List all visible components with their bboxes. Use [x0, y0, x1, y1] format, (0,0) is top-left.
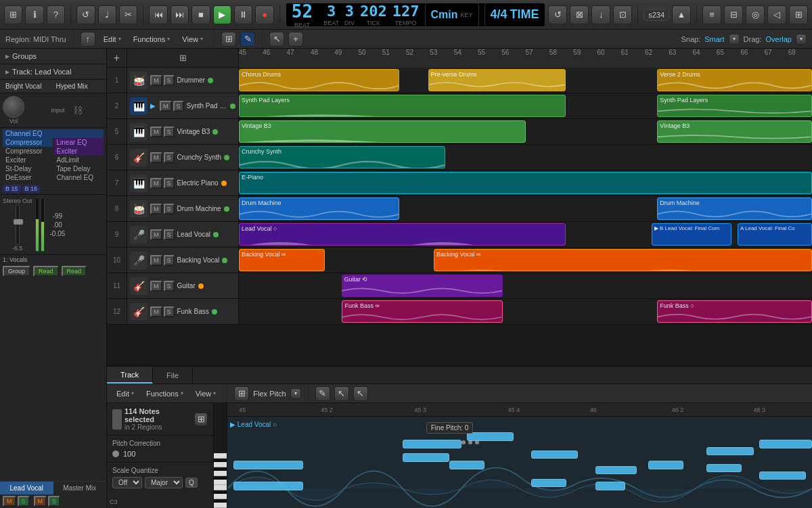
region-funk-bass-1[interactable]: Funk Bass ∞: [342, 300, 502, 323]
plugin-adlimit[interactable]: AdLimit: [54, 156, 104, 164]
plugin-exciter-purple[interactable]: Exciter: [54, 147, 104, 156]
track-lane-2[interactable]: Synth Pad Layers Synth Pad Layers: [239, 93, 812, 118]
region-vintage-b3-1[interactable]: Vintage B3: [239, 120, 526, 143]
track-lane-1[interactable]: Chorus Drums Pre-verse Drums Verse 2 Dru…: [239, 68, 812, 93]
fp-note-4[interactable]: [449, 461, 484, 469]
fp-note-8[interactable]: [531, 479, 566, 487]
play-btn[interactable]: ▶: [213, 5, 231, 24]
menu-btn[interactable]: ≡: [702, 5, 721, 24]
track-solo-6[interactable]: S: [164, 152, 175, 163]
solo-btn[interactable]: S: [18, 496, 30, 507]
grid-icon[interactable]: ⊞: [179, 53, 187, 63]
region-verse2-drums[interactable]: Verse 2 Drums: [657, 69, 812, 91]
track-solo-7[interactable]: S: [164, 178, 175, 189]
track-lane-9[interactable]: Lead Vocal ○ ▶ B Lead Vocal: Final Com A…: [239, 222, 812, 247]
app-icon-btn[interactable]: ⊞: [4, 5, 22, 24]
track-solo-1[interactable]: S: [164, 75, 175, 86]
scale-major-dropdown[interactable]: Major: [145, 477, 183, 488]
solo-btn2[interactable]: S: [48, 496, 60, 507]
track-lane-6[interactable]: Crunchy Synth: [239, 145, 812, 170]
pointer-tool[interactable]: ↖: [269, 32, 284, 47]
region-backing-vocal-1[interactable]: Backing Vocal ∞: [239, 249, 325, 271]
track-mute-7[interactable]: M: [150, 178, 162, 189]
track-lane-12[interactable]: Funk Bass ∞ Funk Bass ○: [239, 299, 812, 324]
track-mute-11[interactable]: M: [150, 281, 162, 292]
plugin-tape-delay[interactable]: Tape Delay: [54, 164, 104, 173]
record-btn[interactable]: ●: [255, 5, 273, 24]
plugin-exciter[interactable]: Exciter: [3, 156, 53, 164]
help-btn[interactable]: ?: [47, 5, 65, 24]
key-g[interactable]: [214, 471, 227, 476]
fp-note-14[interactable]: [759, 440, 812, 448]
track-lane-7[interactable]: E-Piano: [239, 170, 812, 195]
add-tool[interactable]: +: [288, 32, 303, 47]
group-button[interactable]: Group: [3, 266, 30, 277]
snap-down-btn[interactable]: ▾: [729, 34, 740, 45]
metronome-btn[interactable]: ♩: [98, 5, 116, 24]
flex-dropdown-btn[interactable]: ▾: [290, 388, 301, 399]
tab-master-mix[interactable]: Master Mix: [53, 481, 107, 494]
track-solo-9[interactable]: S: [164, 229, 175, 240]
tab-track[interactable]: Track: [107, 367, 153, 384]
mixer-btn[interactable]: ⊟: [724, 5, 743, 24]
mute-btn[interactable]: M: [3, 496, 16, 507]
region-lead-vocal-a[interactable]: A Lead Vocal: Final Co: [738, 223, 812, 246]
info-btn[interactable]: ℹ: [25, 5, 43, 24]
slider-dot[interactable]: [112, 451, 119, 457]
drag-down-btn[interactable]: ▾: [796, 34, 807, 45]
tab-file[interactable]: File: [153, 367, 193, 384]
fp-note-11[interactable]: [648, 461, 683, 469]
track-solo-2[interactable]: S: [173, 101, 184, 112]
region-drum-machine-2[interactable]: Drum Machine: [657, 198, 812, 220]
bottom-tool1[interactable]: ✎: [315, 386, 330, 401]
bus-b16[interactable]: B 16: [22, 185, 41, 193]
bottom-functions-menu[interactable]: Functions ▾: [142, 388, 187, 399]
settings-btn[interactable]: ⊞: [789, 5, 808, 24]
track-lane-8[interactable]: Drum Machine Drum Machine: [239, 196, 812, 221]
plugin-channel-eq2[interactable]: Channel EQ: [54, 173, 104, 182]
knob1[interactable]: [3, 96, 24, 118]
fp-note-2[interactable]: [233, 482, 304, 490]
fp-note-15[interactable]: [759, 471, 806, 480]
cycle-btn[interactable]: ↺: [548, 5, 567, 24]
track-mute-1[interactable]: M: [150, 75, 162, 86]
track-mute-5[interactable]: M: [150, 126, 162, 137]
region-vintage-b3-2[interactable]: Vintage B3: [657, 120, 812, 143]
region-synth-pad-1[interactable]: Synth Pad Layers: [239, 95, 566, 117]
bottom-tool2[interactable]: ↖: [334, 386, 349, 401]
track-mute-8[interactable]: M: [150, 204, 162, 214]
up-arrow-btn[interactable]: ↑: [81, 32, 95, 47]
plugin-linear-eq[interactable]: Linear EQ: [54, 138, 104, 147]
fp-note-3[interactable]: [403, 453, 449, 461]
fader-thumb[interactable]: [14, 219, 23, 225]
plugin-deesser[interactable]: DeEsser: [3, 173, 53, 182]
plugin-st-delay[interactable]: St-Delay: [3, 164, 53, 173]
fp-note-9[interactable]: [595, 466, 636, 474]
region-lead-vocal-1[interactable]: Lead Vocal ○: [239, 223, 566, 246]
bottom-edit-menu[interactable]: Edit ▾: [112, 388, 138, 399]
fast-forward-btn[interactable]: ⏭: [171, 5, 189, 24]
key-d[interactable]: [214, 494, 227, 499]
bottom-tool3[interactable]: ↖: [353, 386, 368, 401]
track-mute-12[interactable]: M: [150, 306, 162, 317]
region-drum-machine-1[interactable]: Drum Machine: [239, 198, 399, 220]
key-b[interactable]: [214, 453, 227, 459]
track-mute-6[interactable]: M: [150, 152, 162, 163]
track-solo-11[interactable]: S: [164, 281, 175, 292]
key-c[interactable]: [214, 503, 227, 508]
track-mute-9[interactable]: M: [150, 229, 162, 240]
scissors-btn[interactable]: ✂: [119, 5, 137, 24]
rewind-btn[interactable]: ⏮: [149, 5, 167, 24]
fp-note-5[interactable]: [403, 440, 461, 448]
track-header[interactable]: ▶ Track: Lead Vocal: [0, 64, 106, 79]
fp-note-12[interactable]: [706, 447, 753, 455]
inspector-btn[interactable]: ◁: [767, 5, 786, 24]
fp-note-10[interactable]: [595, 482, 625, 490]
region-epiano[interactable]: E-Piano: [239, 172, 812, 194]
browser-btn[interactable]: ◎: [746, 5, 765, 24]
capture-btn[interactable]: ⊡: [613, 5, 632, 24]
plugin-channel-eq[interactable]: Channel EQ: [3, 129, 104, 138]
functions-menu-btn[interactable]: Functions ▾: [129, 34, 175, 45]
region-synth-pad-2[interactable]: Synth Pad Layers: [657, 95, 812, 117]
flex-pitch-content[interactable]: 45 45 2 45 3 45 4 46 46 2 46 3 ▶ Lead Vo…: [227, 403, 812, 508]
